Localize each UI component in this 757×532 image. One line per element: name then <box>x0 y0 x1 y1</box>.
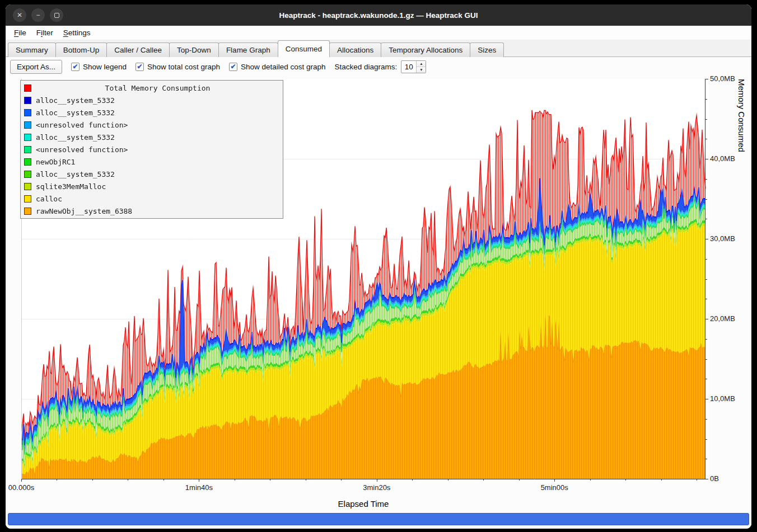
legend-item: <unresolved function> <box>21 119 283 131</box>
legend-item: alloc__system_5332 <box>21 94 283 106</box>
export-as-button[interactable]: Export As... <box>10 60 62 74</box>
legend-item: <unresolved function> <box>21 143 283 156</box>
checkbox-label: Show legend <box>83 63 127 71</box>
legend-title: Total Memory Consumption <box>36 84 279 92</box>
menu-settings[interactable]: Settings <box>58 27 96 39</box>
window-title: Heaptrack - heaptrack.wakunode.1.gz — He… <box>6 11 751 20</box>
x-tick-label: 1min40s <box>185 483 213 492</box>
tab-bar: SummaryBottom-UpCaller / CalleeTop-DownF… <box>6 40 751 57</box>
close-button[interactable]: ✕ <box>13 8 26 22</box>
menu-filter[interactable]: Filter <box>31 27 58 39</box>
legend-item: sqlite3MemMalloc <box>21 180 283 192</box>
legend-label: <unresolved function> <box>36 145 128 154</box>
maximize-button[interactable] <box>50 8 63 22</box>
checkbox-show-legend[interactable]: ✔Show legend <box>71 63 127 71</box>
tab-summary[interactable]: Summary <box>8 43 56 57</box>
legend-swatch-icon <box>24 146 31 153</box>
checkbox-box[interactable]: ✔ <box>135 63 144 71</box>
legend-swatch-icon <box>24 97 31 104</box>
tab-allocations[interactable]: Allocations <box>329 43 381 57</box>
legend-label: alloc__system_5332 <box>36 96 115 105</box>
legend-swatch-icon <box>24 84 31 92</box>
menubar: FileFilterSettings <box>6 26 751 40</box>
stacked-diagrams-label: Stacked diagrams: <box>335 63 398 71</box>
titlebar[interactable]: ✕ − Heaptrack - heaptrack.wakunode.1.gz … <box>6 4 751 26</box>
checkbox-show-total-cost-graph[interactable]: ✔Show total cost graph <box>135 63 220 71</box>
timeline-range-slider[interactable] <box>8 513 749 525</box>
y-axis-title: Memory Consumed <box>737 79 746 479</box>
legend-item: newObjRC1 <box>21 156 283 168</box>
legend-label: alloc__system_5332 <box>36 109 115 117</box>
checkbox-show-detailed-cost-graph[interactable]: ✔Show detailed cost graph <box>229 63 326 71</box>
legend-swatch-icon <box>24 121 31 129</box>
checkbox-label: Show total cost graph <box>147 63 220 71</box>
spinbox-down-button[interactable]: ▼ <box>417 67 426 73</box>
close-icon: ✕ <box>17 12 22 18</box>
legend-item: alloc__system_5332 <box>21 131 283 143</box>
menu-file[interactable]: File <box>9 27 31 39</box>
legend-item: alloc__system_5332 <box>21 168 283 180</box>
legend-label: <unresolved function> <box>36 121 128 129</box>
app-window: ✕ − Heaptrack - heaptrack.wakunode.1.gz … <box>6 4 751 529</box>
x-tick-label: 5min00s <box>541 483 568 492</box>
tab-caller-callee[interactable]: Caller / Callee <box>106 43 170 57</box>
stacked-diagrams-value[interactable]: 10 <box>401 61 416 73</box>
chevron-down-icon: ▼ <box>419 68 423 72</box>
maximize-icon <box>54 13 59 18</box>
window-controls: ✕ − <box>13 8 63 22</box>
legend-label: alloc__system_5332 <box>36 133 115 142</box>
legend-item: calloc <box>21 192 283 205</box>
legend-label: sqlite3MemMalloc <box>36 182 106 191</box>
tab-temporary-allocations[interactable]: Temporary Allocations <box>381 43 470 57</box>
legend-swatch-icon <box>24 171 31 178</box>
legend-title-row: Total Memory Consumption <box>21 82 283 94</box>
legend-label: newObjRC1 <box>36 158 75 166</box>
stacked-diagrams-control: Stacked diagrams: 10 ▲ ▼ <box>335 60 427 73</box>
spinbox-up-button[interactable]: ▲ <box>417 61 426 67</box>
toolbar-checkboxes: ✔Show legend✔Show total cost graph✔Show … <box>71 63 326 71</box>
legend-label: rawNewObj__system_6388 <box>36 207 132 215</box>
toolbar: Export As... ✔Show legend✔Show total cos… <box>6 57 751 76</box>
stacked-diagrams-spinbox[interactable]: 10 ▲ ▼ <box>401 60 426 73</box>
legend-label: calloc <box>36 195 62 203</box>
legend-swatch-icon <box>24 109 31 116</box>
chart-legend: Total Memory Consumptionalloc__system_53… <box>20 80 283 219</box>
tab-bottom-up[interactable]: Bottom-Up <box>55 43 108 57</box>
legend-item: alloc__system_5332 <box>21 106 283 119</box>
chevron-up-icon: ▲ <box>419 62 423 65</box>
legend-swatch-icon <box>24 134 31 141</box>
tab-sizes[interactable]: Sizes <box>470 43 504 57</box>
checkbox-box[interactable]: ✔ <box>71 63 80 71</box>
checkbox-label: Show detailed cost graph <box>241 63 326 71</box>
checkbox-box[interactable]: ✔ <box>229 63 237 71</box>
x-axis-title: Elapsed Time <box>21 499 705 509</box>
legend-swatch-icon <box>24 195 31 203</box>
legend-item: rawNewObj__system_6388 <box>21 205 283 217</box>
tab-consumed[interactable]: Consumed <box>278 40 330 57</box>
tab-top-down[interactable]: Top-Down <box>169 43 219 57</box>
legend-swatch-icon <box>24 183 31 190</box>
x-tick-label: 00.000s <box>8 483 34 492</box>
legend-label: alloc__system_5332 <box>36 170 115 178</box>
legend-swatch-icon <box>24 208 31 215</box>
spinbox-buttons: ▲ ▼ <box>416 61 426 73</box>
legend-swatch-icon <box>24 158 31 166</box>
x-tick-label: 3min20s <box>363 483 390 492</box>
minimize-icon: − <box>36 12 40 18</box>
minimize-button[interactable]: − <box>31 8 45 22</box>
chart-region: Total Memory Consumptionalloc__system_53… <box>6 76 751 529</box>
tab-flame-graph[interactable]: Flame Graph <box>218 43 278 57</box>
